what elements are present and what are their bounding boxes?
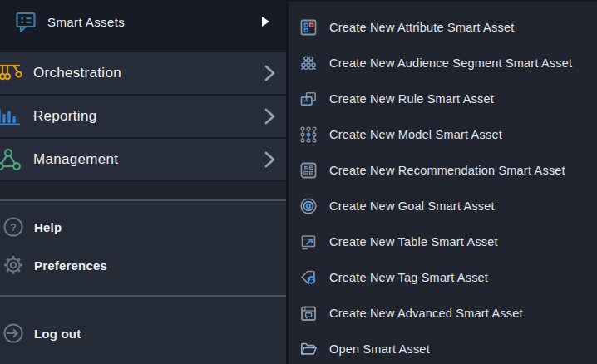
menu-overlay: Smart Assets <box>0 0 597 364</box>
submenu-open-triangle-icon <box>260 16 270 27</box>
logout-section: Log out <box>0 297 286 364</box>
table-icon <box>298 232 318 252</box>
menu-item-help[interactable]: ? Help <box>0 208 286 246</box>
submenu-item-label: Create New Table Smart Asset <box>329 235 498 248</box>
submenu-item-open[interactable]: Open Smart Asset <box>289 331 597 364</box>
submenu-item-create-attribute[interactable]: Create New Attribute Smart Asset <box>289 9 597 45</box>
menu-item-orchestration[interactable]: Orchestration <box>0 52 286 96</box>
menu-item-label: Reporting <box>33 108 96 125</box>
submenu-item-create-tag[interactable]: Create New Tag Smart Asset <box>289 259 597 295</box>
svg-text:?: ? <box>10 221 17 234</box>
menu-sections: Orchestration Reporting <box>0 52 286 182</box>
rule-icon <box>298 89 318 109</box>
orchestration-icon <box>0 61 22 86</box>
help-icon: ? <box>2 216 24 238</box>
menu-spacer <box>0 182 286 199</box>
reporting-icon <box>0 104 22 129</box>
menu-item-label: Smart Assets <box>47 15 125 29</box>
submenu-item-create-recommendation[interactable]: Create New Recommendation Smart Asset <box>289 152 597 188</box>
submenu-item-label: Create New Model Smart Asset <box>329 128 502 141</box>
utility-section: ? Help <box>0 201 286 295</box>
menu-item-logout[interactable]: Log out <box>0 314 286 352</box>
submenu-item-label: Create New Rule Smart Asset <box>329 92 494 106</box>
chevron-right-icon <box>261 106 278 126</box>
smart-assets-submenu: Create New Attribute Smart Asset Create … <box>289 0 597 364</box>
smart-assets-icon <box>14 10 37 33</box>
menu-item-label: Log out <box>34 327 81 341</box>
menu-item-smart-assets[interactable]: Smart Assets <box>0 0 286 52</box>
chevron-right-icon <box>261 150 278 170</box>
submenu-item-create-audience-segment[interactable]: Create New Audience Segment Smart Asset <box>289 45 597 81</box>
menu-item-reporting[interactable]: Reporting <box>0 96 286 139</box>
tag-icon <box>298 268 318 288</box>
menu-item-label: Orchestration <box>33 65 121 81</box>
open-folder-icon <box>298 339 318 359</box>
goal-icon <box>298 196 318 216</box>
submenu-item-label: Create New Audience Segment Smart Asset <box>329 57 572 70</box>
submenu-item-label: Create New Tag Smart Asset <box>329 271 488 284</box>
submenu-item-label: Create New Goal Smart Asset <box>329 199 495 213</box>
chevron-right-icon <box>261 63 278 83</box>
submenu-item-create-advanced[interactable]: Create New Advanced Smart Asset <box>289 295 597 331</box>
menu-item-preferences[interactable]: Preferences <box>0 246 286 284</box>
menu-item-label: Help <box>34 220 62 234</box>
submenu-item-label: Open Smart Asset <box>329 342 430 356</box>
submenu-item-create-table[interactable]: Create New Table Smart Asset <box>289 224 597 259</box>
attribute-icon <box>298 17 318 37</box>
menu-item-label: Management <box>33 151 118 168</box>
advanced-icon <box>298 303 318 323</box>
menu-item-management[interactable]: Management <box>0 139 286 182</box>
submenu-item-create-goal[interactable]: Create New Goal Smart Asset <box>289 188 597 224</box>
submenu-list: Create New Attribute Smart Asset Create … <box>289 2 597 364</box>
logout-icon <box>2 322 24 344</box>
submenu-item-label: Create New Attribute Smart Asset <box>329 21 514 34</box>
main-menu: Smart Assets <box>0 0 289 364</box>
submenu-item-label: Create New Advanced Smart Asset <box>329 307 523 320</box>
menu-item-label: Preferences <box>34 258 107 273</box>
recommendation-icon <box>298 160 318 180</box>
management-icon <box>0 147 22 172</box>
submenu-item-label: Create New Recommendation Smart Asset <box>329 164 565 177</box>
model-icon <box>298 125 318 145</box>
audience-segment-icon <box>298 53 318 73</box>
submenu-item-create-model[interactable]: Create New Model Smart Asset <box>289 116 597 152</box>
preferences-icon <box>2 254 24 276</box>
submenu-item-create-rule[interactable]: Create New Rule Smart Asset <box>289 81 597 116</box>
